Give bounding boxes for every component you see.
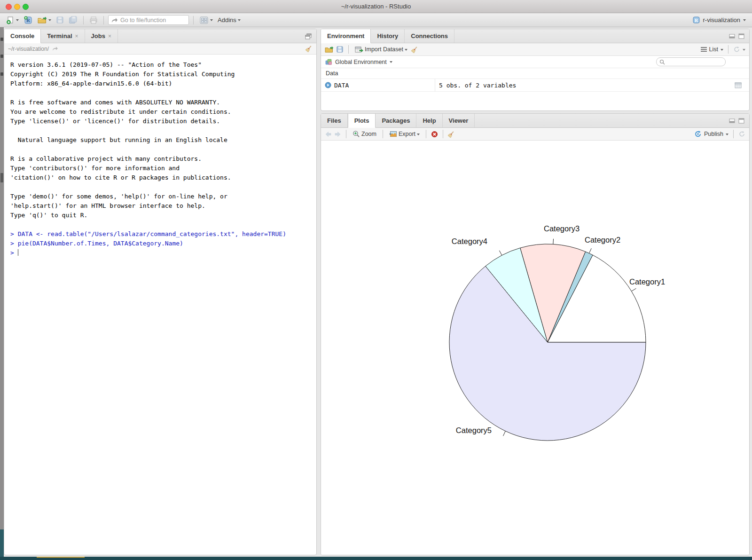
zoom-plot-button[interactable]: Zoom (351, 129, 378, 139)
pie-label-tick (553, 239, 554, 244)
environment-search-input[interactable] (667, 59, 719, 65)
pie-label-tick (499, 251, 501, 255)
pie-label-tick (632, 288, 636, 291)
maximize-pane-icon[interactable] (738, 118, 744, 124)
import-dataset-icon (355, 46, 363, 53)
new-file-dropdown-caret[interactable] (16, 19, 19, 23)
next-plot-arrow-icon[interactable] (334, 131, 341, 137)
tab-packages[interactable]: Packages (376, 114, 416, 127)
console-line (10, 145, 313, 154)
minimize-pane-icon[interactable] (729, 118, 735, 123)
console-line: 'help.start()' for an HTML browser inter… (10, 201, 313, 211)
console-line: 'citation()' on how to cite R or R packa… (10, 173, 313, 182)
tab-environment[interactable]: Environment (321, 29, 371, 43)
clear-all-plots-broom-icon[interactable] (448, 131, 455, 138)
tab-help[interactable]: Help (416, 114, 442, 127)
refresh-plot-icon[interactable] (738, 131, 745, 137)
import-dataset-caret (405, 49, 407, 52)
pane-layout-caret[interactable] (210, 19, 213, 23)
clear-environment-broom-icon[interactable] (411, 46, 418, 53)
environment-object-row[interactable]: DATA 5 obs. of 2 variables (321, 79, 749, 92)
tab-terminal[interactable]: Terminal × (41, 29, 85, 43)
tab-viewer[interactable]: Viewer (443, 114, 475, 127)
publish-caret[interactable] (726, 134, 728, 137)
text-cursor (18, 249, 18, 256)
remove-plot-icon[interactable] (431, 131, 438, 138)
console-line: Type 'q()' to quit R. (10, 211, 313, 220)
clear-console-broom-icon[interactable] (306, 45, 313, 52)
import-dataset-button[interactable]: Import Dataset (353, 45, 409, 54)
tab-connections[interactable]: Connections (405, 29, 454, 43)
environment-scope-caret[interactable] (390, 61, 392, 64)
tab-terminal-close-icon[interactable]: × (75, 33, 78, 39)
refresh-environment-icon[interactable] (733, 46, 740, 53)
environment-scope-label[interactable]: Global Environment (335, 59, 387, 65)
main-toolbar: R (0, 13, 752, 27)
tab-viewer-label: Viewer (449, 117, 469, 124)
console-output[interactable]: R version 3.6.1 (2019-07-05) -- "Action … (4, 55, 316, 555)
view-data-grid-icon[interactable] (735, 82, 742, 88)
export-plot-caret (417, 134, 420, 137)
console-line: > (10, 248, 313, 258)
environment-pane: Environment History Connections (321, 29, 750, 111)
project-selector[interactable]: R r-visualization (691, 15, 747, 25)
pane-layout-button[interactable] (198, 15, 214, 25)
tab-jobs-label: Jobs (91, 32, 105, 39)
pie-label-Category1: Category1 (629, 277, 665, 286)
tab-files[interactable]: Files (321, 114, 348, 127)
export-plot-button[interactable]: Export (388, 130, 421, 138)
console-line: > DATA <- read.table("/Users/lsalazar/co… (10, 229, 313, 239)
toolbar-separator (193, 16, 194, 24)
toolbar-separator (728, 45, 728, 54)
tab-console[interactable]: Console (4, 29, 41, 43)
goto-file-search[interactable] (108, 15, 189, 25)
environment-section-header: Data (321, 68, 749, 79)
tab-history[interactable]: History (371, 29, 405, 43)
environment-search-box[interactable] (656, 57, 726, 66)
tab-jobs[interactable]: Jobs × (85, 29, 118, 43)
tab-jobs-close-icon[interactable]: × (108, 33, 111, 39)
working-directory-path: ~/r-visualization/ (8, 46, 49, 52)
open-recent-caret[interactable] (48, 19, 51, 23)
console-line (10, 182, 313, 192)
load-workspace-folder-icon[interactable] (325, 46, 334, 53)
console-line: > pie(DATA$Number.of.Times, DATA$Categor… (10, 239, 313, 248)
toolbar-separator (83, 16, 84, 24)
object-value: 5 obs. of 2 variables (439, 82, 516, 89)
addins-button[interactable]: Addins (216, 16, 242, 24)
refresh-environment-caret[interactable] (743, 49, 745, 52)
console-line: R version 3.6.1 (2019-07-05) -- "Action … (10, 60, 313, 70)
zoom-magnifier-icon (352, 130, 360, 138)
tab-console-label: Console (10, 32, 34, 39)
open-file-button[interactable] (36, 16, 53, 25)
object-name: DATA (334, 82, 349, 89)
console-pane: Console Terminal × Jobs × ~/r-visualizat… (4, 29, 317, 555)
new-project-icon: R (24, 16, 33, 24)
save-button[interactable] (55, 15, 65, 25)
tab-files-label: Files (327, 117, 341, 124)
toolbar-separator (443, 130, 443, 138)
expand-object-icon[interactable] (325, 82, 331, 88)
console-tabstrip: Console Terminal × Jobs × (4, 29, 316, 43)
addins-label: Addins (218, 16, 236, 24)
maximize-pane-icon[interactable] (305, 33, 312, 39)
goto-directory-arrow-icon[interactable] (52, 46, 58, 51)
save-all-button[interactable] (67, 15, 79, 25)
pie-chart: Category1Category2Category3Category4Cate… (321, 141, 750, 555)
print-button[interactable] (88, 16, 99, 25)
previous-plot-arrow-icon[interactable] (325, 131, 332, 137)
publish-label[interactable]: Publish (704, 131, 723, 137)
new-file-button[interactable] (5, 15, 20, 25)
zoom-plot-label: Zoom (361, 131, 376, 137)
pane-layout-icon (199, 16, 209, 24)
tab-plots[interactable]: Plots (348, 114, 376, 128)
new-project-button[interactable]: R (22, 15, 34, 25)
minimize-pane-icon[interactable] (729, 34, 735, 39)
list-view-label[interactable]: List (709, 46, 718, 53)
save-workspace-icon[interactable] (336, 46, 344, 53)
save-icon (56, 16, 64, 24)
goto-file-input[interactable] (120, 17, 181, 24)
pie-label-Category2: Category2 (585, 236, 620, 244)
list-view-caret[interactable] (721, 49, 723, 52)
maximize-pane-icon[interactable] (738, 33, 744, 39)
